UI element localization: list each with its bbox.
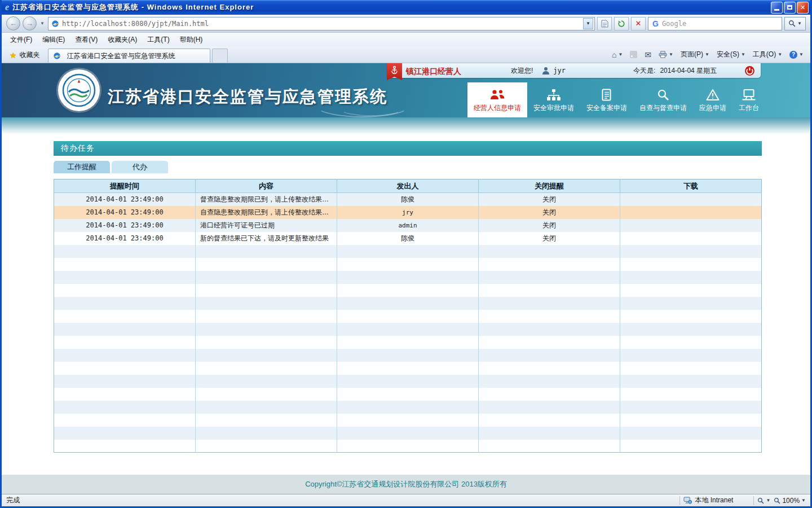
nav-item-safety-filing-application[interactable]: 安全备案申请 [580,82,633,117]
task-tabs: 工作提醒 代办 [54,161,762,173]
copyright-text: Copyright©江苏省交通规划设计院股份有限公司 2013版权所有 [305,479,507,489]
magnifier-icon [774,497,780,504]
org-chart-icon [546,87,561,101]
status-separator [679,496,680,505]
menu-item[interactable]: 工具(T) [142,33,174,46]
cell-content: 自查隐患整改期限已到，请上传整改结果… [196,206,337,219]
zoom-level: 100% [782,497,800,505]
intranet-zone-icon [683,497,692,504]
nav-item-workbench[interactable]: 工作台 [732,82,765,117]
table-row-empty [54,336,762,349]
search-placeholder-text: Google [662,20,686,28]
tab-work-reminder[interactable]: 工作提醒 [54,161,110,173]
ie-icon: e [5,2,9,12]
page-menu[interactable]: 页面(P)▼ [677,48,713,61]
nav-item-label: 安全备案申请 [586,103,627,113]
ie-page-icon: e [53,52,61,60]
cell-download [620,219,762,232]
search-icon [788,20,796,27]
google-logo-icon: G [652,19,659,28]
url-text: http://localhost:8080/yjpt/Main.html [62,20,583,28]
magnifier-icon [757,497,764,504]
menu-item[interactable]: 编辑(E) [37,33,70,46]
menu-item[interactable]: 文件(F) [5,33,37,46]
magnifier-icon [657,87,669,101]
forward-button[interactable]: → [23,16,37,30]
browser-window: e 江苏省港口安全监管与应急管理系统 - Windows Internet Ex… [0,0,812,508]
table-row: 2014-04-01 23:49:00港口经营许可证号已过期admin关闭 [54,219,762,232]
username: jyr [553,67,566,75]
search-button[interactable]: ▼ [784,17,806,30]
search-input[interactable]: G Google [648,17,782,30]
history-dropdown-icon[interactable]: ▼ [39,21,46,26]
table-row-empty [54,388,762,401]
address-input[interactable]: e http://localhost:8080/yjpt/Main.html ▼ [48,17,595,30]
warning-triangle-icon [706,87,720,101]
today-date: 2014-04-04 星期五 [660,66,717,76]
refresh-button[interactable] [614,17,629,30]
cell-content: 督查隐患整改期限已到，请上传整改结果… [196,193,337,206]
maximize-button[interactable] [784,2,796,14]
table-row-empty [54,297,762,310]
zoom-control[interactable]: 100% ▼ [774,497,806,505]
mail-icon: ✉ [645,50,651,59]
feeds-button[interactable] [626,49,641,60]
stop-icon: ✕ [636,19,642,28]
compatibility-view-button[interactable] [597,17,612,30]
svg-text:e: e [55,54,58,59]
tools-menu[interactable]: 工具(O)▼ [749,48,785,61]
minimize-button[interactable] [771,2,783,14]
nav-item-safety-approval-application[interactable]: 安全审批申请 [527,82,580,117]
table-header-row: 提醒时间 内容 发出人 关闭提醒 下载 [54,179,762,193]
nav-item-self-inspection-supervision-application[interactable]: 自查与督查申请 [633,82,693,117]
table-row: 2014-04-01 23:49:00督查隐患整改期限已到，请上传整改结果…陈俊… [54,193,762,206]
menu-item[interactable]: 查看(V) [70,33,103,46]
status-bar: 完成 本地 Intranet ▼ 100% ▼ [2,494,810,506]
cell-download [620,193,762,206]
tab-pending[interactable]: 代办 [112,161,168,173]
table-row-empty [54,427,762,440]
close-reminder-link[interactable]: 关闭 [542,208,556,216]
close-reminder-link[interactable]: 关闭 [542,234,556,242]
monitor-icon [742,87,756,101]
table-row-empty [54,375,762,388]
back-button[interactable]: ← [6,16,20,30]
logout-button[interactable] [744,65,755,76]
browser-tab[interactable]: e 江苏省港口安全监管与应急管理系统 [48,49,210,63]
nav-item-label: 自查与督查申请 [639,103,687,113]
header-fade-band [2,117,810,134]
todo-table: 提醒时间 内容 发出人 关闭提醒 下载 2014-04-01 23:49:00督… [54,179,762,453]
cell-sender: jry [337,206,479,219]
nav-item-operator-info-application[interactable]: 经营人信息申请 [467,82,527,117]
safety-menu[interactable]: 安全(S)▼ [713,48,749,61]
cell-close: 关闭 [479,219,620,232]
nav-item-emergency-application[interactable]: 应急申请 [693,82,732,117]
print-button[interactable]: ▼ [655,49,677,60]
port-logo-icon [62,73,96,107]
menu-item[interactable]: 帮助(H) [175,33,208,46]
help-icon: ? [789,51,797,59]
address-bar: ← → ▼ e http://localhost:8080/yjpt/Main.… [2,15,810,33]
column-header-download: 下载 [620,179,762,193]
role-badge: 镇江港口经营人 [387,63,461,80]
zoom-select-button[interactable]: ▼ [757,497,770,504]
menu-item[interactable]: 收藏夹(A) [103,33,142,46]
today-label: 今天是: [633,66,655,76]
table-row-empty [54,258,762,271]
todo-table-body: 2014-04-01 23:49:00督查隐患整改期限已到，请上传整改结果…陈俊… [54,193,762,453]
close-button[interactable]: ✕ [797,2,809,14]
nav-item-label: 经营人信息申请 [474,103,521,113]
stop-button[interactable]: ✕ [631,17,646,30]
close-reminder-link[interactable]: 关闭 [542,195,556,203]
cell-close: 关闭 [479,232,620,245]
close-reminder-link[interactable]: 关闭 [542,221,556,229]
security-zone: 本地 Intranet [683,496,750,505]
read-mail-button[interactable]: ✉ [641,49,655,61]
home-button[interactable]: ⌂▼ [608,49,626,61]
cell-download [620,232,762,245]
help-menu[interactable]: ?▼ [786,49,807,60]
favorites-button[interactable]: ★ 收藏夹 [5,47,45,63]
new-tab-button[interactable] [212,49,228,63]
address-dropdown-icon[interactable]: ▼ [583,18,593,29]
favorites-label: 收藏夹 [20,50,40,60]
